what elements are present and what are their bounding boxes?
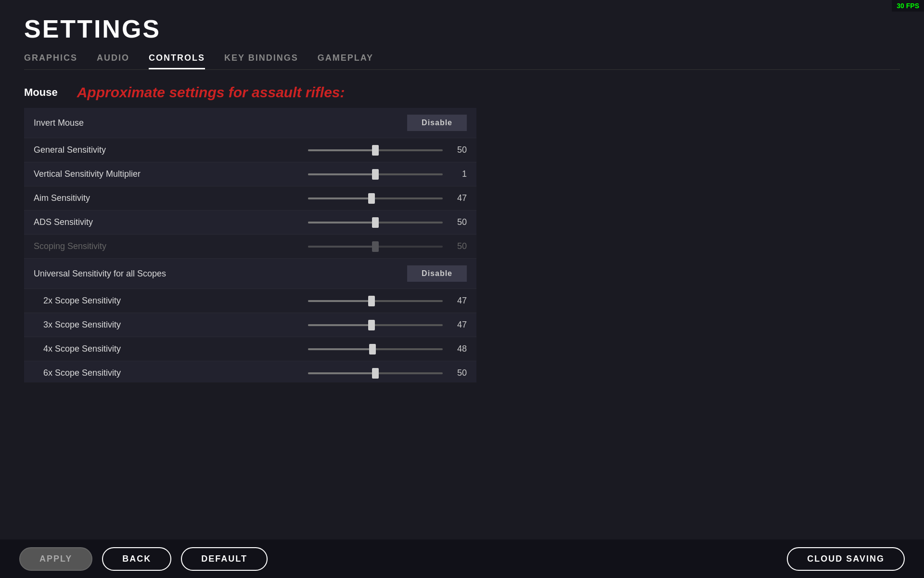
- row-label: Scoping Sensitivity: [34, 241, 178, 251]
- table-row: General Sensitivity 50: [24, 138, 476, 162]
- 4x-scope-track[interactable]: [308, 348, 443, 350]
- table-row: Invert Mouse Disable: [24, 108, 476, 138]
- main-content: Mouse Approximate settings for assault r…: [0, 70, 924, 382]
- slider-container: 50: [308, 217, 467, 227]
- row-control: Disable: [407, 115, 467, 131]
- aim-sensitivity-track[interactable]: [308, 197, 443, 199]
- row-control: Disable: [407, 265, 467, 282]
- row-label: ADS Sensitivity: [34, 217, 178, 227]
- row-label: General Sensitivity: [34, 145, 178, 155]
- slider-value: 50: [450, 368, 467, 378]
- slider-value: 47: [450, 193, 467, 203]
- row-label: Universal Sensitivity for all Scopes: [34, 269, 178, 279]
- row-label: Vertical Sensitivity Multiplier: [34, 169, 178, 179]
- scoping-sensitivity-track: [308, 246, 443, 248]
- header: SETTINGS GRAPHICS AUDIO CONTROLS KEY BIN…: [0, 0, 924, 70]
- fps-counter: 30 FPS: [892, 0, 924, 12]
- table-row: Vertical Sensitivity Multiplier 1: [24, 162, 476, 186]
- row-label: 2x Scope Sensitivity: [34, 296, 178, 306]
- back-button[interactable]: BACK: [102, 547, 171, 571]
- universal-scope-toggle[interactable]: Disable: [407, 265, 467, 282]
- table-row: Scoping Sensitivity 50: [24, 235, 476, 259]
- slider-value: 50: [450, 145, 467, 155]
- bottom-bar: APPLY BACK DEFAULT CLOUD SAVING: [0, 539, 924, 578]
- table-row: 3x Scope Sensitivity 47: [24, 313, 476, 337]
- slider-value: 47: [450, 320, 467, 330]
- slider-container: 47: [308, 296, 467, 306]
- 6x-scope-track[interactable]: [308, 372, 443, 374]
- vert-sensitivity-track[interactable]: [308, 173, 443, 175]
- slider-value: 1: [450, 169, 467, 179]
- section-title: Mouse: [24, 86, 58, 99]
- row-label: 3x Scope Sensitivity: [34, 320, 178, 330]
- 2x-scope-track[interactable]: [308, 300, 443, 302]
- row-label: Invert Mouse: [34, 118, 178, 128]
- tab-gameplay[interactable]: GAMEPLAY: [318, 53, 373, 69]
- invert-mouse-toggle[interactable]: Disable: [407, 115, 467, 131]
- section-header: Mouse Approximate settings for assault r…: [24, 84, 900, 101]
- table-row: Universal Sensitivity for all Scopes Dis…: [24, 259, 476, 289]
- row-label: 4x Scope Sensitivity: [34, 344, 178, 354]
- 3x-scope-track[interactable]: [308, 324, 443, 326]
- general-sensitivity-track[interactable]: [308, 149, 443, 151]
- table-row: 2x Scope Sensitivity 47: [24, 289, 476, 313]
- default-button[interactable]: DEFAULT: [181, 547, 268, 571]
- slider-container: 1: [308, 169, 467, 179]
- cloud-saving-button[interactable]: CLOUD SAVING: [787, 547, 905, 571]
- tab-bar: GRAPHICS AUDIO CONTROLS KEY BINDINGS GAM…: [24, 53, 900, 70]
- bottom-left-buttons: APPLY BACK DEFAULT: [19, 547, 268, 571]
- row-label: Aim Sensitivity: [34, 193, 178, 203]
- table-row: 4x Scope Sensitivity 48: [24, 337, 476, 361]
- slider-value: 47: [450, 296, 467, 306]
- slider-value: 48: [450, 344, 467, 354]
- table-row: 6x Scope Sensitivity 50: [24, 361, 476, 382]
- slider-value: 50: [450, 241, 467, 251]
- slider-container: 50: [308, 145, 467, 155]
- tab-keybindings[interactable]: KEY BINDINGS: [224, 53, 298, 69]
- row-label: 6x Scope Sensitivity: [34, 368, 178, 378]
- page-title: SETTINGS: [24, 14, 900, 43]
- tab-controls[interactable]: CONTROLS: [149, 53, 205, 69]
- table-row: ADS Sensitivity 50: [24, 210, 476, 235]
- slider-container: 50: [308, 368, 467, 378]
- ads-sensitivity-track[interactable]: [308, 222, 443, 223]
- tab-audio[interactable]: AUDIO: [97, 53, 129, 69]
- settings-panel: Invert Mouse Disable General Sensitivity…: [24, 108, 476, 382]
- overlay-text: Approximate settings for assault rifles:: [77, 84, 345, 101]
- apply-button[interactable]: APPLY: [19, 547, 92, 571]
- slider-container: 50: [308, 241, 467, 251]
- slider-container: 48: [308, 344, 467, 354]
- tab-graphics[interactable]: GRAPHICS: [24, 53, 77, 69]
- slider-value: 50: [450, 217, 467, 227]
- slider-container: 47: [308, 193, 467, 203]
- table-row: Aim Sensitivity 47: [24, 186, 476, 210]
- slider-container: 47: [308, 320, 467, 330]
